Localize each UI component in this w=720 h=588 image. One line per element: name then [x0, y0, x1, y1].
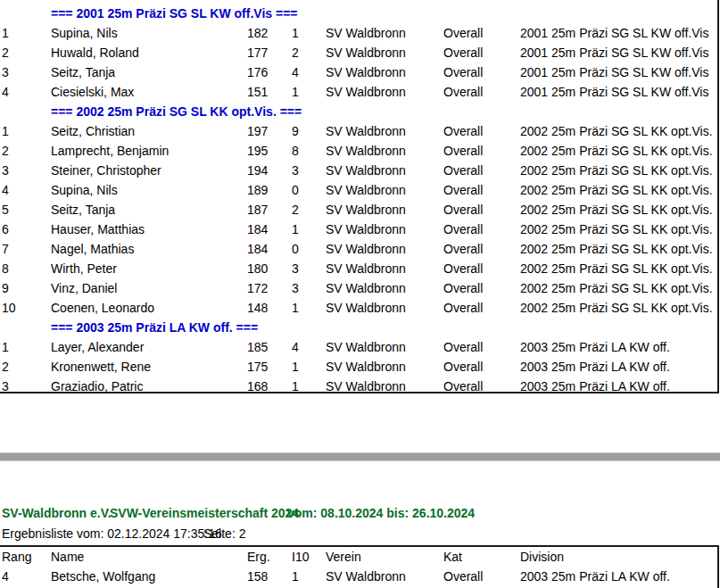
i10-cell: 3 [292, 278, 299, 298]
rank-cell: 2 [2, 357, 9, 377]
score-cell: 184 [247, 239, 268, 259]
club-cell: SV Waldbronn [326, 141, 406, 161]
division-cell: 2001 25m Präzi SG SL KW off.Vis [520, 62, 708, 82]
score-cell: 177 [247, 43, 268, 62]
group-title: === 2003 25m Präzi LA KW off. === [51, 318, 258, 337]
division-cell: 2002 25m Präzi SG SL KK opt.Vis. [520, 200, 713, 219]
i10-cell: 0 [292, 239, 299, 259]
score-cell: 158 [247, 567, 268, 586]
club-cell: SV Waldbronn [326, 259, 406, 278]
division-cell: 2003 25m Präzi LA KW off. [520, 377, 670, 393]
rank-cell: 9 [2, 278, 9, 298]
name-cell: Supina, Nils [51, 180, 118, 200]
page1-border-bottom [0, 392, 719, 393]
i10-cell: 2 [292, 43, 299, 62]
name-cell: Lamprecht, Benjamin [51, 141, 169, 161]
club-cell: SV Waldbronn [326, 357, 406, 377]
division-cell: 2003 25m Präzi LA KW off. [520, 337, 670, 357]
category-cell: Overall [443, 239, 483, 259]
club-cell: SV Waldbronn [326, 43, 406, 62]
page2-subtitle-line: Ergebnisliste vom: 02.12.2024 17:35:16 S… [0, 526, 717, 541]
page1-results-table: === 2001 25m Präzi SG SL KW off.Vis ===1… [0, 4, 717, 393]
column-header-rang: Rang [2, 547, 31, 567]
page2-table-header: Rang Name Erg. I10 Verein Kat Division [0, 547, 717, 567]
name-cell: Steiner, Christopher [51, 161, 161, 180]
result-row: 1Supina, Nils1821SV WaldbronnOverall2001… [0, 23, 717, 43]
result-row: 3Steiner, Christopher1943SV WaldbronnOve… [0, 161, 717, 180]
i10-cell: 1 [292, 377, 299, 393]
i10-cell: 1 [292, 357, 299, 377]
column-header-kat: Kat [443, 547, 462, 567]
club-cell: SV Waldbronn [326, 121, 406, 141]
division-cell: 2001 25m Präzi SG SL KW off.Vis [520, 43, 708, 62]
rank-cell: 3 [2, 62, 9, 82]
group-title: === 2002 25m Präzi SG SL KK opt.Vis. === [51, 102, 302, 121]
rank-cell: 7 [2, 239, 9, 259]
i10-cell: 2 [292, 200, 299, 219]
name-cell: Layer, Alexander [51, 337, 144, 357]
i10-cell: 3 [292, 259, 299, 278]
rank-cell: 10 [2, 298, 16, 318]
division-cell: 2003 25m Präzi LA KW off. [520, 357, 670, 377]
name-cell: Seitz, Christian [51, 121, 135, 141]
column-header-verein: Verein [326, 547, 361, 567]
score-cell: 148 [247, 298, 268, 318]
result-row: 7Nagel, Mathias1840SV WaldbronnOverall20… [0, 239, 717, 259]
i10-cell: 1 [292, 219, 299, 239]
result-row: 6Hauser, Matthias1841SV WaldbronnOverall… [0, 219, 717, 239]
result-row: 2Kronenwett, Rene1751SV WaldbronnOverall… [0, 357, 717, 377]
division-cell: 2002 25m Präzi SG SL KK opt.Vis. [520, 239, 713, 259]
club-cell: SV Waldbronn [326, 377, 406, 393]
category-cell: Overall [443, 180, 483, 200]
i10-cell: 4 [292, 337, 299, 357]
club-cell: SV Waldbronn [326, 239, 406, 259]
i10-cell: 3 [292, 161, 299, 180]
club-cell: SV Waldbronn [326, 62, 406, 82]
discipline-group-header: === 2001 25m Präzi SG SL KW off.Vis === [0, 4, 717, 23]
name-cell: Seitz, Tanja [51, 200, 115, 219]
report-preview: === 2001 25m Präzi SG SL KW off.Vis ===1… [0, 0, 720, 588]
i10-cell: 1 [292, 82, 299, 102]
rank-cell: 1 [2, 337, 9, 357]
category-cell: Overall [443, 219, 483, 239]
category-cell: Overall [443, 337, 483, 357]
division-cell: 2002 25m Präzi SG SL KK opt.Vis. [520, 161, 713, 180]
club-cell: SV Waldbronn [326, 337, 406, 357]
club-name: SV-Waldbronn e.V. [2, 506, 112, 520]
club-cell: SV Waldbronn [326, 82, 406, 102]
result-row: 2Lamprecht, Benjamin1958SV WaldbronnOver… [0, 141, 717, 161]
name-cell: Huwald, Roland [51, 43, 139, 62]
club-cell: SV Waldbronn [326, 278, 406, 298]
report-generated-label: Ergebnisliste vom: 02.12.2024 17:35:16 [2, 526, 222, 541]
name-cell: Seitz, Tanja [51, 62, 115, 82]
rank-cell: 4 [2, 567, 9, 586]
result-row: 9Vinz, Daniel1723SV WaldbronnOverall2002… [0, 278, 717, 298]
division-cell: 2002 25m Präzi SG SL KK opt.Vis. [520, 259, 713, 278]
discipline-group-header: === 2003 25m Präzi LA KW off. === [0, 318, 717, 337]
name-cell: Betsche, Wolfgang [51, 567, 155, 586]
page1-border-right [717, 0, 719, 393]
score-cell: 172 [247, 278, 268, 298]
category-cell: Overall [443, 377, 483, 393]
rank-cell: 2 [2, 43, 9, 62]
result-row: 4Supina, Nils1890SV WaldbronnOverall2002… [0, 180, 717, 200]
column-header-i10: I10 [292, 547, 309, 567]
event-dates: vom: 08.10.2024 bis: 26.10.2024 [287, 506, 475, 520]
club-cell: SV Waldbronn [326, 298, 406, 318]
column-header-division: Division [520, 547, 564, 567]
rank-cell: 1 [2, 121, 9, 141]
name-cell: Hauser, Matthias [51, 219, 145, 239]
division-cell: 2001 25m Präzi SG SL KW off.Vis [520, 23, 708, 43]
score-cell: 195 [247, 141, 268, 161]
score-cell: 168 [247, 377, 268, 393]
result-row: 10Coenen, Leonardo1481SV WaldbronnOveral… [0, 298, 717, 318]
page2-border-right [717, 545, 719, 588]
name-cell: Kronenwett, Rene [51, 357, 151, 377]
column-header-name: Name [51, 547, 84, 567]
i10-cell: 8 [292, 141, 299, 161]
i10-cell: 1 [292, 567, 299, 586]
page2-title-line: SV-Waldbronn e.V. SVW-Vereinsmeisterscha… [0, 506, 717, 520]
category-cell: Overall [443, 278, 483, 298]
rank-cell: 3 [2, 377, 9, 393]
score-cell: 180 [247, 259, 268, 278]
